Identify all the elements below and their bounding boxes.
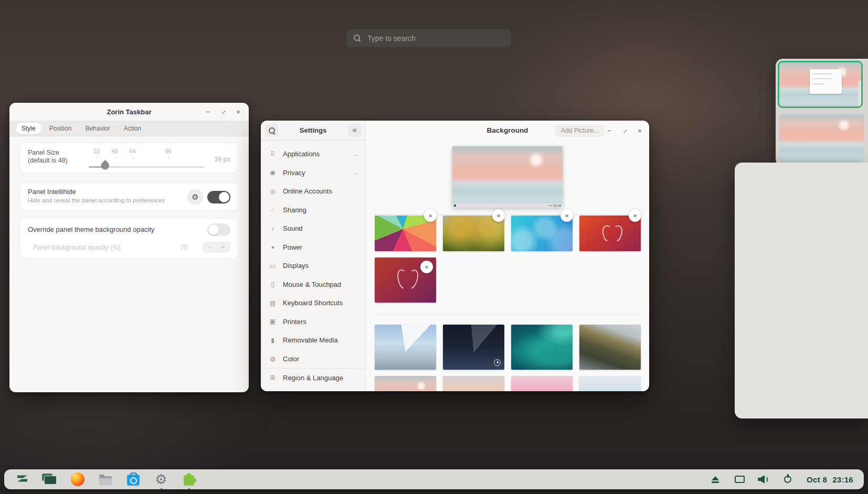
tab-position[interactable]: Position (44, 123, 78, 134)
sidebar-item-mouse-touchpad[interactable]: ▯Mouse & Touchpad (261, 275, 365, 294)
sidebar-item-applications[interactable]: ⠿Applications→ (261, 145, 365, 164)
sidebar-item-color[interactable]: ◍Color (261, 350, 365, 369)
close-button[interactable]: × (233, 106, 244, 117)
close-icon: × (236, 108, 240, 116)
maximize-button[interactable]: ↔ (619, 125, 630, 136)
workspace-thumbnail-active[interactable] (778, 61, 863, 108)
remove-wallpaper-button[interactable]: × (560, 209, 573, 222)
display-button[interactable] (733, 472, 746, 486)
power-button[interactable] (781, 472, 794, 486)
extensions-button[interactable] (182, 472, 196, 487)
sidebar-item-removable-media[interactable]: ▮Removable Media (261, 331, 365, 350)
sidebar-item-label: Applications (283, 150, 320, 158)
remove-wallpaper-button[interactable]: × (629, 209, 641, 222)
close-button[interactable]: × (634, 125, 645, 136)
maximize-icon: ↔ (620, 126, 629, 135)
intellihide-settings-button[interactable]: ⚙ (187, 189, 203, 205)
remove-wallpaper-button[interactable]: × (424, 209, 437, 222)
eject-button[interactable] (709, 472, 722, 486)
panel-size-label: Panel Size (28, 149, 59, 156)
stepper-minus-icon[interactable]: − (208, 243, 213, 251)
sidebar-item-privacy[interactable]: ◉Privacy→ (261, 164, 365, 182)
search-bar[interactable]: Type to search (346, 29, 511, 47)
zorin-taskbar-titlebar[interactable]: Zorin Taskbar − ↔ × (9, 103, 249, 121)
maximize-icon: ↔ (218, 107, 228, 116)
remove-wallpaper-button[interactable]: × (492, 209, 505, 222)
zorin-taskbar-window[interactable]: Zorin Taskbar − ↔ × StylePositionBehavio… (9, 103, 249, 392)
wallpaper-thumb-autumn[interactable]: × (443, 216, 504, 251)
sidebar-item-printers[interactable]: ▣Printers (261, 313, 365, 331)
wallpaper-thumb-kudu-red[interactable]: × (579, 216, 641, 251)
firefox-button[interactable] (70, 472, 85, 487)
wallpaper-thumb-kudu-maroon[interactable]: × (375, 257, 436, 303)
window-switcher-button[interactable] (43, 472, 57, 487)
maximize-button[interactable]: ↔ (218, 106, 228, 117)
search-placeholder: Type to search (367, 34, 416, 42)
sidebar-item-power[interactable]: ◕Power (261, 238, 365, 257)
menu-button[interactable]: ≡ (348, 124, 361, 137)
slider-tick-label: 96 (165, 148, 172, 154)
add-picture-button[interactable]: Add Picture... (555, 124, 605, 137)
wallpaper-thumb-pastel-pink[interactable] (511, 376, 573, 391)
panel-size-slider[interactable]: 32486496 (89, 146, 204, 171)
settings-window[interactable]: Settings ≡ ⠿Applications→◉Privacy→◎Onlin… (261, 121, 649, 391)
desktop-overview: Type to search Zorin Taskbar − ↔ × Style… (0, 0, 868, 494)
minimize-button[interactable]: − (604, 125, 615, 136)
wallpaper-thumb-pastel-dune[interactable] (375, 376, 436, 391)
wallpaper-thumb-mountain-night[interactable] (443, 325, 504, 370)
software-store-icon (127, 475, 140, 486)
minimize-button[interactable]: − (203, 106, 213, 117)
gear-icon: ⚙ (192, 192, 198, 202)
opacity-stepper[interactable]: − + (203, 242, 230, 253)
sidebar-item-displays[interactable]: ▭Displays (261, 256, 365, 275)
sidebar-item-region-language[interactable]: ⊞Region & Language (261, 368, 365, 387)
sidebar-item-sound[interactable]: ♪Sound (261, 219, 365, 238)
workspace-thumbnail-2[interactable] (779, 114, 864, 163)
wallpaper-thumb-mountain-day[interactable] (375, 325, 436, 370)
volume-button[interactable] (757, 472, 770, 486)
background-header[interactable]: Background Add Picture... − ↔ × (366, 121, 649, 141)
settings-title: Settings (281, 126, 345, 134)
applications-icon: ⠿ (268, 151, 277, 158)
panel-intellihide-card: Panel Intellihide Hide and reveal the pa… (20, 182, 238, 211)
sidebar-item-label: Privacy (283, 169, 305, 177)
arrow-right-icon: → (353, 169, 359, 176)
keyboard-shortcuts-icon: ▤ (268, 299, 277, 307)
preview-mini-taskbar: 23:18 (452, 203, 563, 208)
tab-behavior[interactable]: Behavior (79, 123, 115, 134)
wallpaper-thumb-bokeh[interactable]: × (511, 216, 573, 251)
mountain-day-wallpaper (375, 325, 436, 370)
background-opacity-value: 70 (180, 244, 187, 251)
files-button[interactable] (98, 472, 113, 487)
wallpaper-thumb-canyon[interactable] (579, 325, 641, 370)
sidebar-item-keyboard-shortcuts[interactable]: ▤Keyboard Shortcuts (261, 294, 365, 313)
sidebar-search-button[interactable] (265, 124, 278, 137)
sidebar-item-label: Power (283, 243, 302, 251)
workspace-switcher (776, 59, 868, 166)
wallpaper-thumb-aurora[interactable] (511, 325, 573, 370)
wallpaper-thumb-geometric[interactable]: × (375, 216, 436, 251)
tab-style[interactable]: Style (16, 123, 41, 134)
zorin-menu-button[interactable] (15, 472, 29, 487)
opacity-card: Override panel theme background opacity … (20, 218, 238, 259)
offscreen-window-preview[interactable] (735, 163, 868, 418)
printers-icon: ▣ (268, 318, 277, 325)
clock[interactable]: Oct 8 23:16 (807, 475, 853, 484)
sidebar-item-label: Region & Language (283, 374, 343, 382)
wallpaper-thumb-pastel-peach[interactable] (443, 376, 504, 391)
override-opacity-toggle[interactable] (207, 223, 230, 236)
user-wallpapers-row: ×××× (375, 216, 641, 251)
mouse-touchpad-icon: ▯ (268, 281, 277, 288)
system-wallpapers-row (375, 325, 641, 370)
remove-wallpaper-button[interactable]: × (420, 261, 433, 273)
slider-handle[interactable] (100, 160, 111, 171)
intellihide-toggle[interactable] (207, 191, 230, 203)
sidebar-item-sharing[interactable]: ∴Sharing (261, 201, 365, 220)
wallpaper-thumb-pastel-sky[interactable] (579, 376, 641, 391)
stepper-plus-icon[interactable]: + (220, 243, 225, 251)
workspace-mini-window (810, 69, 842, 94)
tab-action[interactable]: Action (118, 123, 147, 134)
settings-button[interactable]: ⚙ (154, 472, 168, 487)
sidebar-item-online-accounts[interactable]: ◎Online Accounts (261, 182, 365, 201)
software-button[interactable] (126, 472, 141, 487)
